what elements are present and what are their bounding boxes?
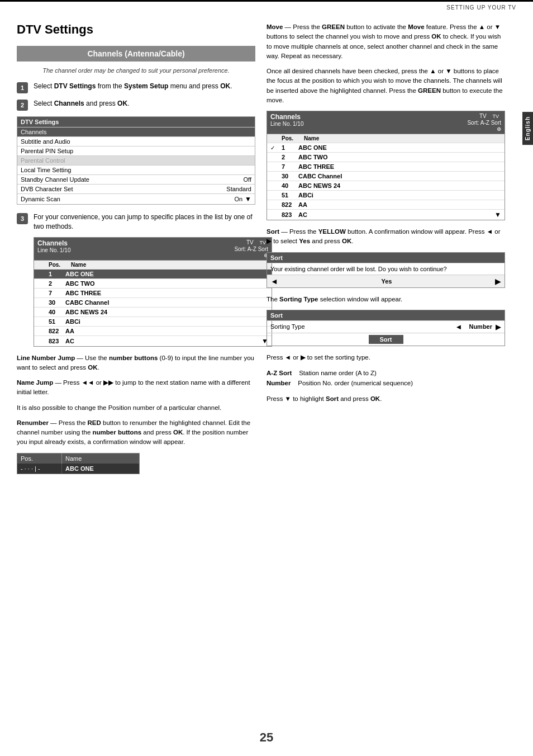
sort-type-sort-button[interactable]: Sort bbox=[369, 335, 403, 344]
ch-name-l2: ABC TWO bbox=[65, 280, 268, 287]
name-jump: Name Jump — Press ◄◄ or ▶▶ to jump to th… bbox=[17, 378, 255, 398]
top-border bbox=[0, 0, 533, 2]
settings-row-dvb-label: DVB Character Set bbox=[21, 186, 226, 192]
ch-right-right: TV TV Sort: A-Z Sort ⊕ bbox=[467, 113, 501, 132]
settings-row-dynamic-value: On bbox=[234, 196, 242, 202]
ch-row-left-5[interactable]: 40 ABC NEWS 24 bbox=[34, 307, 272, 316]
ch-pos-r2: 2 bbox=[282, 154, 298, 160]
ch-col-pos-right: Pos. bbox=[282, 135, 304, 141]
settings-row-dvb[interactable]: DVB Character Set Standard bbox=[17, 184, 255, 193]
scroll-icon-r: ▼ bbox=[494, 211, 501, 219]
tv-icon-right: TV bbox=[490, 113, 501, 120]
settings-row-dynamic[interactable]: Dynamic Scan On ▼ bbox=[17, 193, 255, 204]
ch-name-l3: ABC THREE bbox=[65, 290, 268, 296]
sort-info: A-Z Sort Station name order (A to Z) Num… bbox=[266, 368, 505, 389]
sort-type-arrow-left[interactable]: ◄ bbox=[455, 323, 463, 331]
ch-row-right-3[interactable]: 7 ABC THREE bbox=[267, 162, 505, 171]
ch-row-right-2[interactable]: 2 ABC TWO bbox=[267, 152, 505, 162]
ch-row-left-2[interactable]: 2 ABC TWO bbox=[34, 278, 272, 288]
sort-confirm-yes[interactable]: Yes bbox=[381, 278, 392, 285]
ch-pos-l7: 822 bbox=[49, 328, 65, 334]
sort-type-arrow-right[interactable]: ▶ bbox=[496, 323, 501, 331]
ch-col-pos-left: Pos. bbox=[49, 262, 71, 268]
press-down-text: Press ▼ to highlight Sort and press OK. bbox=[266, 394, 505, 404]
ch-name-l8: AC bbox=[65, 338, 259, 344]
sort-confirm-arrow-left[interactable]: ◄ bbox=[270, 277, 278, 286]
sort-type-header: Sort bbox=[267, 310, 505, 320]
ch-row-right-7[interactable]: 822 AA bbox=[267, 200, 505, 209]
settings-row-local-time[interactable]: Local Time Setting bbox=[17, 165, 255, 174]
ch-name-r6: ABCi bbox=[298, 192, 501, 199]
move-text-1: Move — Press the GREEN button to activat… bbox=[266, 22, 505, 61]
ch-col-name-right: Name bbox=[304, 135, 501, 141]
ch-row-right-6[interactable]: 51 ABCi bbox=[267, 190, 505, 200]
settings-row-standby[interactable]: Standby Channel Update Off bbox=[17, 174, 255, 184]
scroll-down-icon: ▼ bbox=[245, 195, 251, 203]
sort-confirm-arrow-right[interactable]: ▶ bbox=[495, 277, 501, 286]
ch-row-right-1[interactable]: ✓ 1 ABC ONE bbox=[267, 143, 505, 152]
sort-confirm-footer: ◄ Yes ▶ bbox=[267, 275, 505, 287]
ch-check-r1: ✓ bbox=[270, 145, 282, 151]
settings-row-parental-control-label: Parental Control bbox=[21, 157, 251, 164]
ch-row-left-8[interactable]: 823 AC ▼ bbox=[34, 336, 272, 346]
ch-row-right-8[interactable]: 823 AC ▼ bbox=[267, 209, 505, 220]
settings-row-dvb-value: Standard bbox=[226, 186, 251, 192]
channel-table-left-header: Channels Line No. 1/10 TV TV Sort: A-Z S… bbox=[34, 238, 272, 260]
sort-label-right: Sort: A-Z Sort bbox=[467, 120, 501, 126]
tv-label-right: TV TV bbox=[479, 113, 501, 120]
ch-pos-r1: 1 bbox=[282, 144, 298, 151]
settings-row-standby-value: Off bbox=[244, 176, 251, 183]
sort-type-value[interactable]: Number bbox=[469, 323, 492, 330]
sort-label-left: Sort: A-Z Sort bbox=[234, 246, 268, 252]
ch-subtitle-left: Line No. 1/10 bbox=[37, 247, 71, 253]
two-col-layout: DTV Settings Channels (Antenna/Cable) Th… bbox=[17, 22, 505, 474]
ch-name-r8: AC bbox=[298, 211, 492, 218]
settings-row-channels[interactable]: Channels bbox=[17, 127, 255, 136]
pos-name-table: Pos. Name - · · · | - ABC ONE bbox=[17, 453, 140, 474]
pn-col-name: Name bbox=[62, 453, 139, 464]
ch-name-l1: ABC ONE bbox=[65, 271, 268, 277]
number-sort-desc: Position No. order (numerical sequence) bbox=[298, 380, 413, 386]
ch-pos-l1: 1 bbox=[49, 271, 65, 277]
main-content: DTV Settings Channels (Antenna/Cable) Th… bbox=[0, 11, 522, 485]
ch-name-l6: ABCi bbox=[65, 318, 268, 325]
step-1: 1 Select DTV Settings from the System Se… bbox=[17, 82, 255, 93]
channel-table-right: Channels Line No. 1/10 TV TV Sort: A-Z S… bbox=[266, 111, 505, 220]
sort-intro-text: Sort — Press the YELLOW button. A confir… bbox=[266, 227, 505, 247]
ch-row-left-7[interactable]: 822 AA bbox=[34, 326, 272, 336]
ch-name-r3: ABC THREE bbox=[298, 163, 501, 170]
ch-pos-l5: 40 bbox=[49, 309, 65, 315]
header-label: SETTING UP YOUR TV bbox=[446, 4, 516, 11]
ch-row-left-3[interactable]: 7 ABC THREE bbox=[34, 288, 272, 297]
language-tab: English bbox=[522, 112, 533, 145]
ch-pos-l6: 51 bbox=[49, 318, 65, 325]
settings-row-subtitle[interactable]: Subtitle and Audio bbox=[17, 136, 255, 146]
step-3-text: For your convenience, you can jump to sp… bbox=[34, 212, 255, 231]
pn-col-pos: Pos. bbox=[17, 453, 62, 464]
step-2-text: Select Channels and press OK. bbox=[34, 99, 129, 108]
ch-col-headers-right: Pos. Name bbox=[267, 134, 505, 143]
tv-label-left: TV TV bbox=[246, 239, 268, 246]
ch-pos-r7: 822 bbox=[282, 201, 298, 208]
step-1-text: Select DTV Settings from the System Setu… bbox=[34, 82, 232, 91]
ch-row-right-4[interactable]: 30 CABC Channel bbox=[267, 171, 505, 181]
ch-row-left-4[interactable]: 30 CABC Channel bbox=[34, 297, 272, 307]
ch-title-right: Channels bbox=[270, 113, 304, 121]
sorting-type-text: The Sorting Type selection window will a… bbox=[266, 295, 505, 304]
az-sort-row: A-Z Sort Station name order (A to Z) bbox=[266, 368, 505, 378]
press-sort-type-text: Press ◄ or ▶ to set the sorting type. bbox=[266, 353, 505, 362]
pn-header: Pos. Name bbox=[17, 453, 139, 464]
settings-row-parental-pin[interactable]: Parental PIN Setup bbox=[17, 146, 255, 155]
ch-name-l5: ABC NEWS 24 bbox=[65, 309, 268, 315]
ch-pos-l4: 30 bbox=[49, 299, 65, 306]
ch-row-left-6[interactable]: 51 ABCi bbox=[34, 316, 272, 326]
ch-title-left: Channels bbox=[37, 239, 71, 247]
pn-row[interactable]: - · · · | - ABC ONE bbox=[17, 464, 139, 474]
renumber: Renumber — Press the RED button to renum… bbox=[17, 418, 255, 447]
line-number-jump: Line Number Jump — Use the number button… bbox=[17, 353, 255, 373]
ch-col-headers-left: Pos. Name bbox=[34, 260, 272, 269]
ch-name-r5: ABC NEWS 24 bbox=[298, 182, 501, 189]
ch-row-right-5[interactable]: 40 ABC NEWS 24 bbox=[267, 181, 505, 190]
right-column: Move — Press the GREEN button to activat… bbox=[266, 22, 505, 474]
ch-row-left-1[interactable]: 1 ABC ONE bbox=[34, 269, 272, 278]
